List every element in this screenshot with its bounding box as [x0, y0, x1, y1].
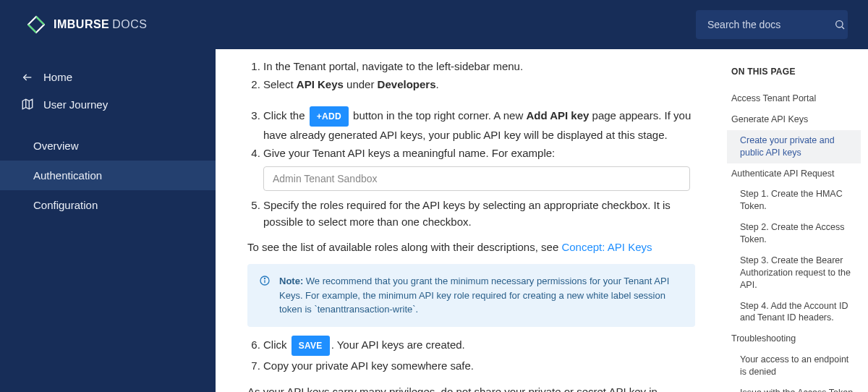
brand-name: IMBURSE [54, 18, 109, 30]
t: . [435, 78, 438, 90]
search-input[interactable] [707, 19, 834, 30]
step-3: Click the +ADD button in the top right c… [263, 106, 695, 144]
concept-api-keys-link[interactable]: Concept: API Keys [561, 241, 652, 253]
t: button in the top right corner. A new [350, 109, 527, 122]
main-content: In the Tenant portal, navigate to the le… [216, 49, 727, 392]
security-paragraph: As your API keys carry many privileges, … [247, 383, 695, 392]
add-api-key-bold: Add API key [526, 109, 589, 122]
sidebar-item-authentication[interactable]: Authentication [0, 161, 216, 190]
note-callout: Note: We recommend that you grant the mi… [247, 264, 695, 327]
sidebar-item-label: Configuration [33, 199, 98, 211]
developers-bold: Developers [378, 78, 436, 90]
note-label: Note: [279, 276, 303, 286]
t: Select [263, 78, 297, 90]
toc-item[interactable]: Your access to an endpoint is denied [727, 349, 861, 383]
sidebar-home-label: Home [43, 71, 72, 83]
step-7: Copy your private API key somewhere safe… [263, 357, 695, 374]
t: To see the list of available roles along… [247, 241, 561, 253]
sidebar-nav-group: Overview Authentication Configuration [0, 131, 216, 220]
toc-item[interactable]: Create your private and public API keys [727, 130, 861, 163]
step-1-text: In the Tenant portal, navigate to the le… [263, 60, 523, 72]
sidebar-item-label: Overview [33, 140, 79, 152]
toc-item[interactable]: Troubleshooting [727, 328, 861, 349]
t: Give your Tenant API keys a meaningful n… [263, 147, 555, 159]
toc-item[interactable]: Step 4. Add the Account ID and Tenant ID… [727, 296, 861, 329]
steps-list-2: Click the +ADD button in the top right c… [247, 106, 695, 231]
step-5: Specify the roles required for the API k… [263, 197, 695, 231]
topbar: IMBURSEDOCS [0, 0, 868, 49]
brand-suffix: DOCS [112, 18, 147, 30]
steps-list-3: Click SAVE. Your API keys are created. C… [247, 336, 695, 375]
t: . Your API keys are created. [331, 338, 465, 351]
sidebar-journey-label: User Journey [43, 98, 108, 111]
toc-item[interactable]: Authenticate API Request [727, 163, 861, 184]
toc-item[interactable]: Issue with the Access Token expiration d… [727, 383, 861, 392]
note-body: We recommend that you grant the minimum … [279, 276, 669, 315]
t: Copy your private API key somewhere safe… [263, 359, 474, 372]
toc-item[interactable]: Access Tenant Portal [727, 88, 861, 109]
step-4: Give your Tenant API keys a meaningful n… [263, 145, 695, 195]
on-this-page: ON THIS PAGE Access Tenant PortalGenerat… [727, 49, 868, 392]
arrow-left-icon [20, 72, 35, 83]
brand-text: IMBURSEDOCS [54, 18, 148, 31]
sidebar: Home User Journey Overview Authenticatio… [0, 49, 216, 392]
steps-list-1: In the Tenant portal, navigate to the le… [247, 58, 695, 93]
search-icon [834, 19, 846, 30]
step-2: Select API Keys under Developers. [263, 76, 695, 93]
toc-item[interactable]: Step 3. Create the Bearer Authorization … [727, 250, 861, 296]
brand[interactable]: IMBURSEDOCS [26, 14, 148, 35]
brand-logo-icon [26, 14, 46, 35]
toc-item[interactable]: Step 1. Create the HMAC Token. [727, 184, 861, 217]
svg-point-0 [836, 21, 843, 27]
search-box[interactable] [696, 10, 848, 39]
t: under [344, 78, 378, 90]
step-1: In the Tenant portal, navigate to the le… [263, 58, 695, 74]
toc-item[interactable]: Generate API Keys [727, 109, 861, 130]
svg-line-1 [842, 27, 844, 29]
toc-item[interactable]: Step 2. Create the Access Token. [727, 217, 861, 250]
t: Click [263, 338, 290, 351]
save-button[interactable]: SAVE [292, 336, 330, 357]
sidebar-item-configuration[interactable]: Configuration [0, 190, 216, 220]
add-button[interactable]: +ADD [310, 106, 349, 127]
roles-paragraph: To see the list of available roles along… [247, 239, 695, 255]
t: Specify the roles required for the API k… [263, 199, 671, 228]
info-icon [259, 275, 271, 317]
toc-title: ON THIS PAGE [731, 67, 861, 77]
svg-marker-3 [22, 99, 33, 109]
api-key-name-input[interactable] [263, 166, 690, 191]
step-6: Click SAVE. Your API keys are created. [263, 336, 695, 357]
sidebar-journey[interactable]: User Journey [0, 90, 216, 118]
map-icon [20, 98, 35, 111]
sidebar-home[interactable]: Home [0, 64, 216, 90]
t: Click the [263, 109, 308, 122]
sidebar-item-label: Authentication [33, 169, 102, 182]
toc-list: Access Tenant PortalGenerate API KeysCre… [727, 88, 861, 392]
svg-point-8 [264, 278, 265, 279]
sidebar-item-overview[interactable]: Overview [0, 131, 216, 161]
api-keys-bold: API Keys [297, 78, 344, 90]
